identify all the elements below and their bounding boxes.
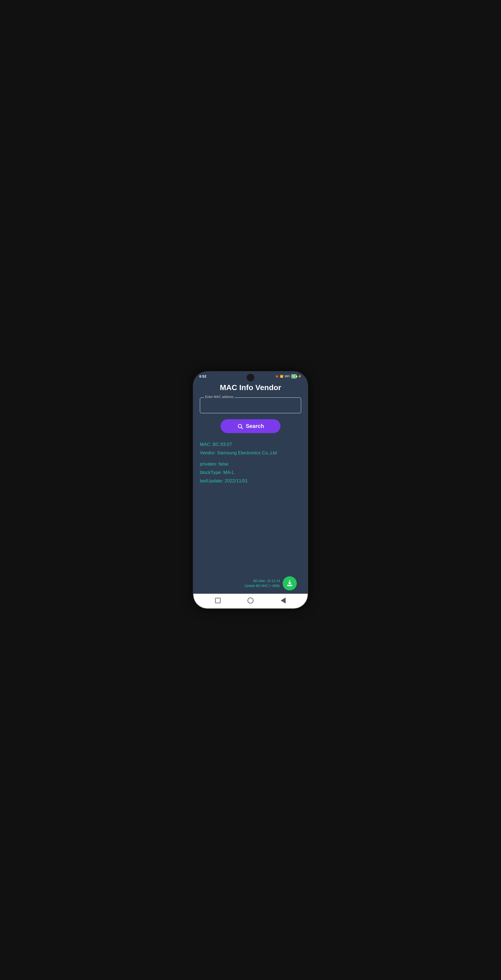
result-last-update: lastUpdate: 2022/11/01	[200, 477, 301, 485]
recent-apps-icon	[215, 598, 221, 603]
app-title: MAC Info Vendor	[200, 383, 301, 392]
status-icons: 🔕 📶 WiFi 81 ⚡	[275, 374, 302, 379]
charge-icon: ⚡	[298, 375, 302, 378]
recent-apps-button[interactable]	[214, 597, 222, 605]
phone-device: 6:52 🔕 📶 WiFi 81 ⚡ MAC Info Vendor Enter…	[193, 372, 308, 608]
status-time: 6:52	[199, 374, 207, 379]
result-block-type: blockType: MA-L	[200, 469, 301, 477]
result-privates: privates: false	[200, 460, 301, 468]
nav-bar	[193, 594, 308, 608]
screen: 6:52 🔕 📶 WiFi 81 ⚡ MAC Info Vendor Enter…	[193, 372, 308, 608]
mac-input-label: Enter MAC address	[204, 395, 235, 399]
wifi-icon: WiFi	[285, 375, 290, 378]
status-bar: 6:52 🔕 📶 WiFi 81 ⚡	[193, 372, 308, 380]
search-icon	[237, 423, 243, 429]
search-button-label: Search	[246, 423, 264, 429]
search-button[interactable]: Search	[221, 419, 280, 433]
download-icon	[286, 580, 293, 587]
bottom-bar: BD date: 22-12-14 Update BD MAC (~6Mb)	[200, 574, 301, 594]
results-section: MAC: BC:93:07 Vendor: Samsung Electronic…	[200, 441, 301, 574]
bd-date-label: BD date: 22-12-14	[245, 579, 280, 583]
silent-icon: 🔕	[275, 375, 278, 378]
result-vendor: Vendor: Samsung Electronics Co.,Ltd	[200, 449, 301, 457]
svg-rect-2	[287, 585, 292, 586]
mac-address-input[interactable]	[204, 402, 297, 410]
app-content: MAC Info Vendor Enter MAC address Search…	[193, 380, 308, 594]
result-mac: MAC: BC:93:07	[200, 441, 301, 449]
battery-icon: 81	[291, 374, 296, 379]
bd-update-label: Update BD MAC (~6Mb)	[245, 583, 280, 588]
bd-info: BD date: 22-12-14 Update BD MAC (~6Mb)	[245, 579, 280, 588]
back-button[interactable]	[279, 597, 287, 605]
home-icon	[248, 598, 253, 603]
signal-icon: 📶	[280, 375, 283, 378]
back-icon	[281, 598, 286, 603]
home-button[interactable]	[247, 597, 254, 605]
mac-input-wrapper: Enter MAC address	[200, 398, 301, 413]
svg-line-1	[241, 427, 243, 429]
download-button[interactable]	[283, 576, 297, 590]
